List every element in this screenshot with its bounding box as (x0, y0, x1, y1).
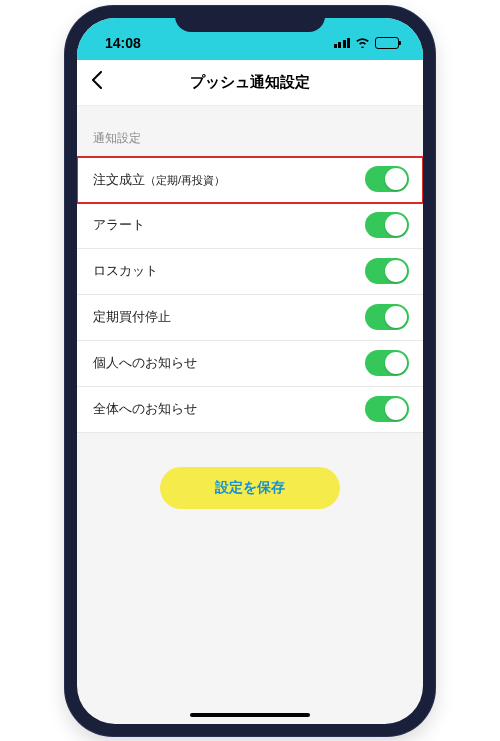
home-indicator[interactable] (190, 713, 310, 717)
screen: 14:08 プッシュ通知設定 通知設定 (77, 18, 423, 724)
setting-label: 注文成立（定期/再投資） (93, 170, 225, 189)
toggle-alert[interactable] (365, 212, 409, 238)
setting-label: アラート (93, 216, 145, 234)
phone-frame: 14:08 プッシュ通知設定 通知設定 (65, 6, 435, 736)
status-icons (334, 29, 400, 49)
setting-label: 定期買付停止 (93, 308, 171, 326)
setting-row-alert: アラート (77, 203, 423, 249)
signal-icon (334, 38, 351, 48)
status-time: 14:08 (105, 27, 141, 51)
toggle-periodic-stop[interactable] (365, 304, 409, 330)
content: 通知設定 注文成立（定期/再投資） アラート ロスカット 定期買付停止 (77, 106, 423, 509)
setting-row-periodic-stop: 定期買付停止 (77, 295, 423, 341)
wifi-icon (355, 37, 370, 48)
back-button[interactable] (91, 70, 103, 94)
setting-label: 個人へのお知らせ (93, 354, 197, 372)
battery-icon (375, 37, 399, 49)
setting-row-personal-notice: 個人へのお知らせ (77, 341, 423, 387)
toggle-order-confirm[interactable] (365, 166, 409, 192)
nav-header: プッシュ通知設定 (77, 60, 423, 106)
toggle-personal-notice[interactable] (365, 350, 409, 376)
page-title: プッシュ通知設定 (77, 73, 423, 92)
setting-row-global-notice: 全体へのお知らせ (77, 387, 423, 433)
setting-row-losscut: ロスカット (77, 249, 423, 295)
notch (175, 6, 325, 32)
section-label: 通知設定 (77, 130, 423, 157)
toggle-losscut[interactable] (365, 258, 409, 284)
setting-label: ロスカット (93, 262, 158, 280)
save-button[interactable]: 設定を保存 (160, 467, 340, 509)
setting-row-order-confirm: 注文成立（定期/再投資） (77, 157, 423, 203)
toggle-global-notice[interactable] (365, 396, 409, 422)
setting-label: 全体へのお知らせ (93, 400, 197, 418)
